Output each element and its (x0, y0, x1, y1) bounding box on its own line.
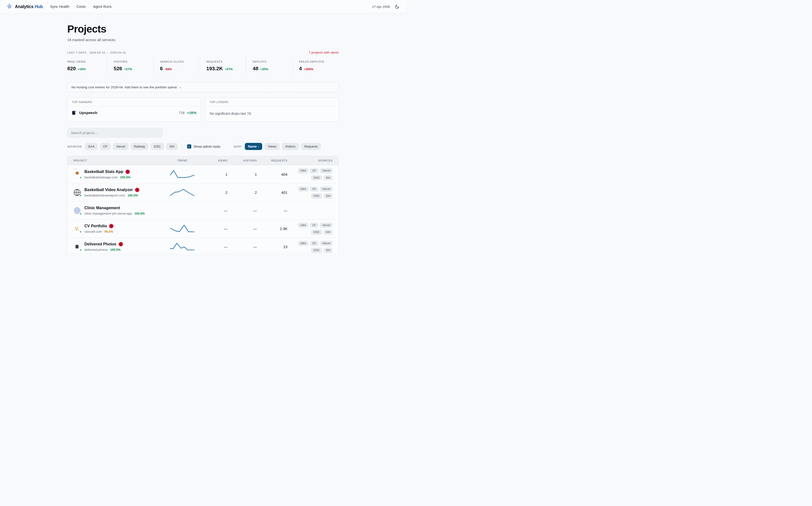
brand[interactable]: Analytics Hub (6, 3, 43, 10)
column-header-requests[interactable]: Requests (257, 159, 287, 162)
table-row-delivered-photos[interactable]: Delivered Photos2delivered.photos100.0%—… (68, 238, 338, 253)
search-input[interactable] (67, 128, 163, 138)
top-gainers-card: Top Gainers Upspeech718+16% (67, 98, 201, 121)
gainer-item-upspeech[interactable]: Upspeech718+16% (68, 106, 201, 119)
source-filter-ga4[interactable]: GA4 (85, 143, 98, 150)
project-domain[interactable]: basketballstatsapp.com (84, 175, 118, 179)
status-online-dot (80, 249, 82, 251)
trend-cell (162, 170, 203, 179)
table-row-basketball-stats-app[interactable]: bsaBasketball Stats App2basketballstatsa… (68, 165, 338, 183)
source-tag-ga4: GA4 (298, 241, 308, 246)
table-row-cv-portfolio[interactable]: V.CV Portfolio2vascokf.com96.0%——2.3KGA4… (68, 220, 338, 238)
sort-option-requests[interactable]: Requests (301, 143, 321, 150)
column-header-views[interactable]: Views (203, 159, 227, 162)
nav-date: 17 Apr 2026 (372, 5, 390, 9)
status-online-dot (80, 194, 82, 197)
upspeech-logo-icon (72, 110, 77, 115)
stat-label: Requests (206, 60, 246, 63)
gainer-value: 718 (179, 111, 184, 115)
source-filter-gsc[interactable]: GSC (150, 143, 164, 150)
column-header-sources[interactable]: Sources (287, 159, 333, 162)
trend-sparkline (170, 170, 194, 179)
source-filter-railway[interactable]: Railway (131, 143, 148, 150)
requests-value: — (257, 208, 287, 213)
show-admin-tools-checkbox[interactable]: ✓ Show admin tools (187, 144, 221, 149)
project-domain[interactable]: basketballvideoanalyzer.com (84, 193, 125, 197)
sources-cell: GA4CFVercelGSCGH (287, 168, 333, 180)
views-value: — (203, 245, 227, 249)
visitors-value: — (227, 245, 257, 249)
stat-delta: +20% (260, 68, 268, 71)
uptime-percent: 100.0% (120, 176, 130, 179)
stat-label: Deploys (252, 60, 293, 63)
top-losers-empty: No significant drops last 7d. (205, 106, 338, 121)
source-filter-cf[interactable]: CF (100, 143, 111, 150)
status-online-dot (80, 213, 82, 215)
uptime-percent: 100.0% (134, 212, 144, 215)
stat-value: 820 (67, 66, 76, 71)
stat-delta: +47% (225, 68, 232, 71)
source-tag-vercel: Vercel (320, 186, 333, 192)
source-tag-gh: GH (324, 248, 333, 253)
sources-cell: GA4CFVercelGSCGH (287, 223, 333, 235)
visitors-value: — (227, 227, 257, 231)
cost-banner[interactable]: No hosting cost entries for 2026-04. Add… (67, 82, 339, 92)
source-tag-ga4: GA4 (298, 168, 308, 173)
status-online-dot (80, 176, 82, 179)
checkbox-check-icon: ✓ (187, 144, 191, 149)
source-tag-gsc: GSC (311, 193, 322, 199)
source-tag-cf: CF (310, 186, 318, 192)
uptime-percent: 100.0% (110, 248, 120, 252)
divider (182, 144, 183, 149)
dark-mode-toggle[interactable] (394, 4, 400, 9)
alerts-link[interactable]: 7 projects with alerts (309, 51, 339, 54)
project-favicon-globe-icon (73, 207, 81, 214)
trend-sparkline (170, 188, 194, 197)
trend-sparkline (170, 243, 194, 251)
sort-option-name[interactable]: Name ↑ (245, 143, 263, 150)
table-row-basketball-video-analyzer[interactable]: Basketball Video Analyzer2basketballvide… (68, 183, 338, 201)
nav-item-sync-health[interactable]: Sync Health (50, 5, 69, 9)
trend-cell (162, 224, 203, 233)
column-header-visitors[interactable]: Visitors (227, 159, 257, 162)
moon-icon (395, 4, 399, 9)
sort-option-visitors[interactable]: Visitors (282, 143, 299, 150)
project-domain[interactable]: vascokf.com (84, 230, 102, 234)
source-tag-vercel: Vercel (320, 241, 333, 246)
source-tag-cf: CF (310, 168, 318, 173)
alert-count-badge: 2 (125, 170, 130, 174)
project-cell: V.CV Portfolio2vascokf.com96.0% (73, 224, 162, 234)
nav-item-costs[interactable]: Costs (77, 5, 86, 9)
sources-cell: GA4CFVercelGSCGH (287, 186, 333, 199)
uptime-percent: 96.0% (104, 230, 113, 234)
stat-value: 193.2K (206, 66, 223, 71)
column-header-project[interactable]: Project (73, 159, 162, 162)
project-domain[interactable]: clinic-management-phi.vercel.app (84, 212, 132, 215)
sources-label: Sources (67, 145, 82, 148)
show-admin-tools-label: Show admin tools (193, 145, 221, 149)
nav-item-agent-runs[interactable]: Agent Runs (93, 5, 111, 9)
requests-value: 2.3K (257, 227, 287, 231)
stat-deploys: Deploys48+20% (246, 56, 293, 76)
page-title: Projects (67, 23, 339, 35)
project-domain[interactable]: delivered.photos (84, 248, 108, 252)
source-filter-vercel[interactable]: Vercel (113, 143, 128, 150)
top-losers-card: Top Losers No significant drops last 7d. (205, 98, 339, 121)
source-tag-cf: CF (310, 223, 318, 228)
column-header-trend[interactable]: Trend (162, 159, 203, 162)
table-row-clinic-management[interactable]: Clinic Managementclinic-management-phi.v… (68, 201, 338, 220)
source-filter-gh[interactable]: GH (166, 143, 178, 150)
stat-delta: +16% (78, 68, 86, 71)
project-cell: Clinic Managementclinic-management-phi.v… (73, 206, 162, 215)
stat-visitors: Visitors526+27% (107, 56, 154, 76)
project-cell: Basketball Video Analyzer2basketballvide… (73, 188, 162, 197)
source-tag-gsc: GSC (311, 248, 322, 253)
sort-option-views[interactable]: Views (265, 143, 279, 150)
project-name: Delivered Photos (84, 242, 116, 246)
source-tag-gsc: GSC (311, 230, 322, 235)
top-nav: Analytics Hub Sync HealthCostsAgent Runs… (0, 0, 406, 13)
source-tag-cf: CF (310, 241, 318, 246)
alert-count-badge: 2 (119, 242, 123, 246)
stat-value: 526 (114, 66, 122, 71)
stats-row: Page Views820+16%Visitors526+27%Search C… (67, 56, 339, 76)
